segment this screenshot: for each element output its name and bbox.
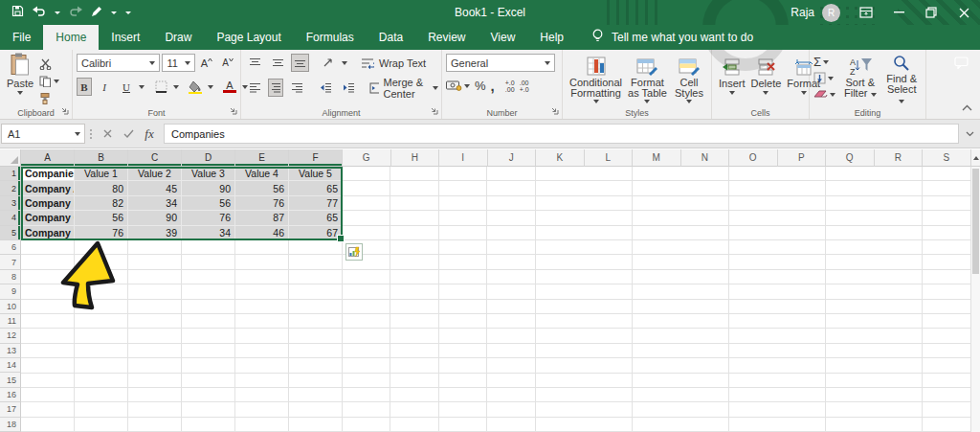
merge-center-button[interactable]: Merge & Center bbox=[369, 80, 438, 95]
align-left-button[interactable] bbox=[245, 79, 264, 97]
cell-C4[interactable]: 90 bbox=[128, 211, 182, 225]
cell-B1[interactable]: Value 1 bbox=[75, 167, 128, 181]
cell-F5[interactable]: 67 bbox=[289, 226, 343, 240]
top-align-button[interactable] bbox=[245, 54, 264, 72]
tab-draw[interactable]: Draw bbox=[152, 25, 204, 50]
feedback-icon[interactable] bbox=[954, 50, 969, 75]
collapse-ribbon-icon[interactable] bbox=[962, 102, 972, 113]
cell-E4[interactable]: 87 bbox=[235, 211, 289, 225]
comma-style-button[interactable]: , bbox=[491, 82, 495, 90]
clear-button[interactable] bbox=[813, 87, 835, 102]
pen-mode-icon[interactable] bbox=[91, 4, 102, 21]
accounting-dropdown-icon[interactable] bbox=[464, 84, 470, 88]
cell-D4[interactable]: 76 bbox=[182, 211, 235, 225]
ribbon-display-options-icon[interactable] bbox=[850, 0, 882, 25]
column-header-N[interactable]: N bbox=[681, 149, 730, 167]
column-header-M[interactable]: M bbox=[633, 149, 681, 167]
select-all-button[interactable] bbox=[0, 149, 21, 167]
vertical-scrollbar[interactable] bbox=[970, 167, 980, 432]
sort-filter-button[interactable]: AZ Sort & Filter bbox=[839, 54, 881, 105]
font-size-select[interactable]: 11 bbox=[162, 54, 195, 72]
sort-filter-dropdown-icon[interactable] bbox=[871, 93, 877, 97]
format-dropdown-icon[interactable] bbox=[801, 91, 807, 95]
autosum-dropdown-icon[interactable] bbox=[823, 60, 829, 64]
tab-insert[interactable]: Insert bbox=[99, 25, 152, 50]
quick-analysis-button[interactable] bbox=[345, 243, 363, 261]
cell-B3[interactable]: 82 bbox=[75, 196, 128, 211]
formula-input[interactable]: Companies bbox=[164, 124, 959, 144]
increase-font-button[interactable]: A bbox=[197, 54, 216, 72]
user-name[interactable]: Raja bbox=[791, 6, 814, 19]
cell-F3[interactable]: 77 bbox=[289, 196, 343, 211]
cell-B4[interactable]: 56 bbox=[75, 211, 128, 225]
row-header-7[interactable]: 7 bbox=[0, 255, 21, 269]
cut-button[interactable] bbox=[39, 57, 59, 71]
column-header-J[interactable]: J bbox=[488, 149, 537, 167]
undo-dropdown-icon[interactable] bbox=[55, 11, 60, 14]
row-header-14[interactable]: 14 bbox=[0, 358, 21, 373]
close-button[interactable] bbox=[947, 0, 980, 25]
row-header-18[interactable]: 18 bbox=[0, 418, 21, 432]
tab-file[interactable]: File bbox=[0, 25, 43, 50]
save-icon[interactable] bbox=[11, 4, 24, 21]
alignment-dialog-launcher-icon[interactable] bbox=[430, 105, 438, 117]
font-color-button[interactable]: A bbox=[220, 78, 239, 96]
cell-B2[interactable]: 80 bbox=[75, 181, 128, 195]
row-header-9[interactable]: 9 bbox=[0, 284, 21, 299]
find-select-button[interactable]: Find & Select bbox=[881, 54, 924, 105]
cell-A1[interactable]: Companies bbox=[21, 167, 75, 181]
tab-view[interactable]: View bbox=[479, 25, 528, 50]
orientation-dropdown-icon[interactable] bbox=[342, 61, 347, 65]
middle-align-button[interactable] bbox=[268, 54, 287, 72]
row-header-3[interactable]: 3 bbox=[0, 196, 21, 211]
increase-decimal-button[interactable]: +.0.00 bbox=[505, 80, 515, 93]
cell-E3[interactable]: 76 bbox=[235, 196, 289, 211]
row-header-11[interactable]: 11 bbox=[0, 314, 21, 329]
column-header-O[interactable]: O bbox=[729, 149, 778, 167]
tab-formulas[interactable]: Formulas bbox=[294, 25, 367, 50]
autosum-button[interactable]: Σ bbox=[813, 55, 835, 69]
format-as-table-dropdown-icon[interactable] bbox=[644, 100, 650, 103]
tab-data[interactable]: Data bbox=[367, 25, 415, 50]
delete-cells-button[interactable]: Delete bbox=[748, 54, 785, 105]
clear-dropdown-icon[interactable] bbox=[830, 93, 835, 97]
center-button[interactable] bbox=[268, 79, 283, 97]
row-header-12[interactable]: 12 bbox=[0, 329, 21, 343]
tell-me-box[interactable]: Tell me what you want to do bbox=[591, 25, 753, 50]
name-box[interactable]: A1 bbox=[1, 124, 85, 144]
cell-E5[interactable]: 46 bbox=[235, 226, 289, 240]
row-header-1[interactable]: 1 bbox=[0, 167, 21, 181]
cancel-icon[interactable] bbox=[97, 124, 118, 144]
cell-C3[interactable]: 34 bbox=[128, 196, 182, 211]
accounting-format-button[interactable] bbox=[446, 79, 470, 93]
copy-button[interactable] bbox=[39, 74, 59, 88]
find-select-dropdown-icon[interactable] bbox=[899, 100, 904, 103]
scrollbar-thumb[interactable] bbox=[972, 169, 979, 274]
column-header-R[interactable]: R bbox=[875, 149, 924, 167]
cell-F4[interactable]: 65 bbox=[289, 211, 343, 225]
wrap-text-button[interactable]: Wrap Text bbox=[361, 56, 426, 70]
restore-button[interactable] bbox=[915, 0, 947, 25]
merge-center-dropdown-icon[interactable] bbox=[433, 86, 438, 90]
number-format-select[interactable]: General bbox=[446, 54, 555, 72]
column-header-D[interactable]: D bbox=[182, 149, 235, 167]
cell-styles-dropdown-icon[interactable] bbox=[686, 100, 692, 103]
enter-icon[interactable] bbox=[118, 124, 139, 144]
column-header-P[interactable]: P bbox=[778, 149, 827, 167]
formula-bar-resize-handle[interactable] bbox=[85, 129, 97, 139]
underline-dropdown-icon[interactable] bbox=[139, 85, 145, 89]
underline-button[interactable]: U bbox=[117, 78, 136, 96]
column-header-C[interactable]: C bbox=[128, 149, 182, 167]
copy-dropdown-icon[interactable] bbox=[54, 80, 59, 83]
align-right-button[interactable] bbox=[287, 79, 306, 97]
conditional-formatting-button[interactable]: Conditional Formatting bbox=[567, 54, 625, 105]
tab-review[interactable]: Review bbox=[415, 25, 478, 50]
row-header-10[interactable]: 10 bbox=[0, 300, 21, 314]
cell-F1[interactable]: Value 5 bbox=[289, 167, 343, 181]
row-header-13[interactable]: 13 bbox=[0, 344, 21, 358]
fill-color-button[interactable] bbox=[186, 78, 205, 96]
increase-indent-button[interactable] bbox=[339, 79, 358, 97]
orientation-button[interactable] bbox=[319, 54, 338, 72]
fill-color-dropdown-icon[interactable] bbox=[208, 85, 213, 89]
decrease-font-button[interactable]: A bbox=[218, 54, 237, 72]
